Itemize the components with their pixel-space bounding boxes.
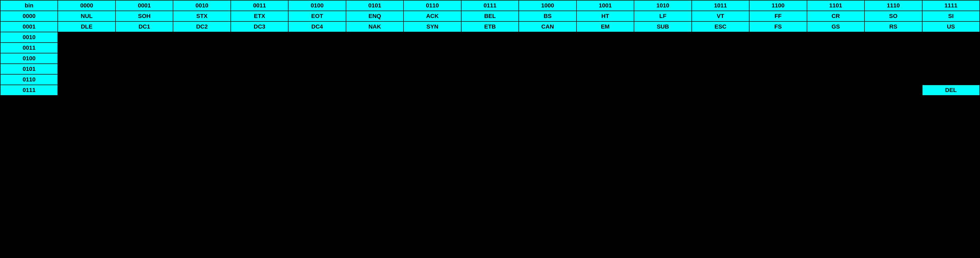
cell-0011-2 (173, 43, 231, 53)
cell-0001-3: DC3 (231, 21, 288, 32)
cell-0110-14 (864, 74, 922, 85)
col-header-1111: 1111 (922, 0, 980, 11)
table-row-0111: 0111DEL (0, 85, 980, 95)
row-label-0110: 0110 (0, 74, 58, 85)
cell-0110-13 (807, 74, 864, 85)
cell-0110-4 (288, 74, 346, 85)
cell-0010-0 (58, 32, 115, 43)
cell-0100-2 (173, 53, 231, 64)
cell-0101-3 (231, 64, 288, 74)
cell-0100-7 (461, 53, 519, 64)
col-header-0100: 0100 (288, 0, 346, 11)
col-header-0110: 0110 (404, 0, 461, 11)
cell-0111-11 (692, 85, 749, 95)
cell-0000-6: ACK (404, 11, 461, 21)
row-label-0010: 0010 (0, 32, 58, 43)
cell-0011-7 (461, 43, 519, 53)
cell-0101-4 (288, 64, 346, 74)
cell-0101-5 (346, 64, 404, 74)
cell-0011-6 (404, 43, 461, 53)
cell-0010-13 (807, 32, 864, 43)
cell-0011-15 (922, 43, 980, 53)
cell-0011-0 (58, 43, 115, 53)
cell-0101-1 (116, 64, 173, 74)
cell-0010-7 (461, 32, 519, 43)
cell-0010-10 (634, 32, 692, 43)
cell-0001-5: NAK (346, 21, 404, 32)
cell-0110-12 (749, 74, 807, 85)
cell-0100-1 (116, 53, 173, 64)
cell-0011-4 (288, 43, 346, 53)
cell-0110-6 (404, 74, 461, 85)
row-label-0111: 0111 (0, 85, 58, 95)
cell-0000-8: BS (519, 11, 576, 21)
row-label-0011: 0011 (0, 43, 58, 53)
cell-0100-15 (922, 53, 980, 64)
cell-0011-11 (692, 43, 749, 53)
row-label-0000: 0000 (0, 11, 58, 21)
table-row-0001: 0001DLEDC1DC2DC3DC4NAKSYNETBCANEMSUBESCF… (0, 21, 980, 32)
cell-0011-14 (864, 43, 922, 53)
cell-0111-3 (231, 85, 288, 95)
col-header-1110: 1110 (864, 0, 922, 11)
cell-0111-5 (346, 85, 404, 95)
cell-0100-12 (749, 53, 807, 64)
cell-0111-2 (173, 85, 231, 95)
cell-0011-5 (346, 43, 404, 53)
cell-0000-4: EOT (288, 11, 346, 21)
cell-0011-8 (519, 43, 576, 53)
cell-0010-15 (922, 32, 980, 43)
cell-0011-13 (807, 43, 864, 53)
cell-0001-10: SUB (634, 21, 692, 32)
cell-0100-13 (807, 53, 864, 64)
cell-0101-14 (864, 64, 922, 74)
cell-0100-4 (288, 53, 346, 64)
cell-0111-4 (288, 85, 346, 95)
cell-0101-12 (749, 64, 807, 74)
cell-0001-14: RS (864, 21, 922, 32)
col-header-0011: 0011 (231, 0, 288, 11)
cell-0000-15: SI (922, 11, 980, 21)
table-row-0100: 0100 (0, 53, 980, 64)
cell-0010-4 (288, 32, 346, 43)
cell-0000-11: VT (692, 11, 749, 21)
cell-0000-10: LF (634, 11, 692, 21)
cell-0000-14: SO (864, 11, 922, 21)
cell-0011-10 (634, 43, 692, 53)
col-header-1010: 1010 (634, 0, 692, 11)
cell-0000-2: STX (173, 11, 231, 21)
cell-0001-8: CAN (519, 21, 576, 32)
cell-0011-1 (116, 43, 173, 53)
cell-0001-1: DC1 (116, 21, 173, 32)
cell-0110-5 (346, 74, 404, 85)
cell-0010-5 (346, 32, 404, 43)
cell-0010-9 (576, 32, 634, 43)
col-header-0111: 0111 (461, 0, 519, 11)
cell-0010-3 (231, 32, 288, 43)
col-header-0101: 0101 (346, 0, 404, 11)
cell-0111-6 (404, 85, 461, 95)
cell-0110-11 (692, 74, 749, 85)
cell-0101-7 (461, 64, 519, 74)
cell-0010-11 (692, 32, 749, 43)
ascii-table: bin0000000100100011010001010110011110001… (0, 0, 980, 96)
cell-0100-0 (58, 53, 115, 64)
cell-0010-8 (519, 32, 576, 43)
cell-0110-3 (231, 74, 288, 85)
col-header-0001: 0001 (116, 0, 173, 11)
cell-0001-13: GS (807, 21, 864, 32)
cell-0001-4: DC4 (288, 21, 346, 32)
cell-0101-6 (404, 64, 461, 74)
cell-0100-5 (346, 53, 404, 64)
cell-0100-10 (634, 53, 692, 64)
col-header-0010: 0010 (173, 0, 231, 11)
cell-0111-10 (634, 85, 692, 95)
cell-0010-1 (116, 32, 173, 43)
table-row-0011: 0011 (0, 43, 980, 53)
cell-0101-15 (922, 64, 980, 74)
cell-0111-15: DEL (922, 85, 980, 95)
cell-0001-7: ETB (461, 21, 519, 32)
cell-0000-13: CR (807, 11, 864, 21)
cell-0101-8 (519, 64, 576, 74)
cell-0101-13 (807, 64, 864, 74)
